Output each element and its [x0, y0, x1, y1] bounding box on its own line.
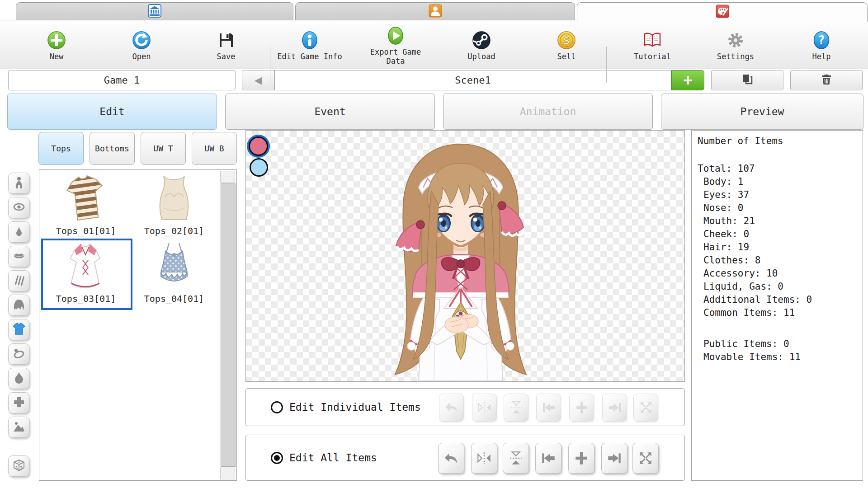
tutorial-button[interactable]: Tutorial	[616, 24, 689, 66]
play-circle-icon	[359, 24, 432, 47]
svg-text:$: $	[563, 34, 570, 47]
body-icon	[12, 176, 26, 191]
category-tab-uw-t[interactable]: UW T	[141, 132, 186, 165]
rail-common-button[interactable]	[8, 417, 29, 438]
rail-cheek-button[interactable]	[8, 270, 29, 291]
cheek-lines-icon	[12, 273, 26, 288]
color-swatch-pink[interactable]	[249, 136, 268, 156]
help-button-label: Help	[812, 52, 831, 61]
stat-row-body: Body: 1	[698, 175, 863, 188]
save-button[interactable]: Save	[190, 24, 262, 66]
rail-nose-button[interactable]	[8, 221, 29, 243]
item-tops-03[interactable]: Tops_03[01]	[47, 240, 124, 304]
character-canvas[interactable]	[245, 130, 685, 382]
stat-row-liquid-gas: Liquid, Gas: 0	[698, 280, 863, 293]
toolbar-separator	[270, 47, 270, 83]
scrollbar-thumb[interactable]	[221, 183, 236, 467]
svg-text:?: ?	[818, 33, 825, 47]
edit-all-radio[interactable]	[271, 452, 283, 464]
edit-all-label: Edit All Items	[289, 452, 377, 464]
settings-button[interactable]: Settings	[699, 24, 772, 66]
undo-button[interactable]	[438, 443, 464, 474]
move-right-edge-button-disabled	[602, 394, 627, 422]
flip-vertical-button[interactable]	[503, 443, 529, 474]
edit-individual-row: Edit Individual Items	[245, 388, 685, 426]
rail-body-button[interactable]	[8, 173, 29, 194]
item-tops-01[interactable]: Tops_01[01]	[47, 173, 124, 236]
eye-icon	[12, 200, 26, 215]
category-tab-bottoms-label: Bottoms	[95, 144, 129, 153]
delete-scene-button[interactable]	[790, 70, 863, 90]
game-name-input[interactable]	[8, 70, 236, 90]
stat-row-eyes: Eyes: 37	[698, 188, 863, 202]
tank-top-thumbnail	[145, 173, 203, 223]
back-arrow-icon: ◀	[255, 75, 262, 86]
rail-mouth-button[interactable]	[8, 246, 29, 267]
center-button[interactable]	[568, 443, 594, 474]
new-button-label: New	[50, 52, 64, 61]
scrollbar-top-cap[interactable]	[220, 171, 235, 183]
move-right-edge-button[interactable]	[601, 443, 627, 474]
duplicate-scene-button[interactable]	[711, 70, 783, 90]
flip-horizontal-button[interactable]	[471, 443, 497, 474]
new-button[interactable]: New	[20, 24, 93, 66]
app-tab-editor[interactable]	[577, 2, 868, 22]
tab-preview[interactable]: Preview	[661, 94, 863, 130]
tab-event[interactable]: Event	[225, 94, 435, 130]
tab-edit[interactable]: Edit	[7, 94, 217, 130]
upload-button[interactable]: Upload	[445, 24, 518, 66]
item-tops-04[interactable]: Tops_04[01]	[136, 240, 212, 304]
category-tab-uw-b[interactable]: UW B	[192, 132, 237, 165]
rail-eyes-button[interactable]	[8, 197, 29, 218]
open-button[interactable]: Open	[105, 24, 178, 66]
category-tab-tops-label: Tops	[51, 144, 71, 153]
rail-hair-button[interactable]	[8, 295, 29, 316]
spacer	[698, 148, 863, 162]
stat-row-mouth: Mouth: 21	[698, 215, 863, 228]
add-scene-button[interactable]: +	[671, 70, 704, 90]
item-list-scrollbar[interactable]	[220, 171, 236, 479]
stat-row-common: Common Items: 11	[698, 306, 863, 319]
item-list-panel: Tops_01[01] Tops_02[01] Tops_03[01] Tops…	[39, 169, 237, 481]
rail-clothes-button[interactable]	[8, 319, 29, 340]
lips-icon	[12, 249, 26, 264]
scrollbar-bottom-cap[interactable]	[220, 468, 235, 479]
help-button[interactable]: ? Help	[785, 24, 858, 66]
app-tab-character[interactable]	[295, 2, 575, 20]
rail-accessory-button[interactable]	[8, 343, 29, 365]
app-tab-world[interactable]	[16, 2, 293, 20]
tab-event-label: Event	[314, 106, 345, 117]
drop-icon	[12, 371, 26, 386]
export-game-data-button[interactable]: Export Game Data	[359, 24, 432, 66]
new-plus-circle-icon	[20, 28, 93, 52]
rail-liquid-button[interactable]	[8, 368, 29, 389]
stats-title: Number of Items	[698, 135, 863, 148]
camisole-thumbnail	[145, 240, 203, 291]
rail-additional-button[interactable]	[8, 392, 29, 413]
stat-row-cheek: Cheek: 0	[698, 228, 863, 241]
dice-icon	[12, 459, 26, 474]
scale-button[interactable]	[632, 443, 659, 474]
spacer	[698, 319, 863, 338]
flip-horizontal-button-disabled	[472, 394, 497, 422]
toolbar: New Open Save Edit Game Info Export Game…	[0, 20, 868, 69]
move-left-edge-button[interactable]	[535, 443, 561, 474]
save-button-label: Save	[217, 52, 236, 61]
palette-icon	[716, 5, 729, 20]
white-dress-thumbnail	[57, 240, 115, 291]
stat-row-clothes: Clothes: 8	[698, 254, 863, 267]
scene-name-input[interactable]	[274, 70, 671, 90]
category-tab-uw-b-label: UW B	[204, 144, 224, 153]
image-icon	[12, 420, 26, 435]
edit-individual-radio[interactable]	[271, 401, 283, 413]
sell-button[interactable]: $ Sell	[530, 24, 603, 66]
plus-icon: +	[683, 71, 693, 89]
category-tab-tops[interactable]: Tops	[38, 132, 84, 165]
hair-icon	[12, 298, 26, 313]
rail-random-button[interactable]	[8, 455, 29, 477]
item-tops-02[interactable]: Tops_02[01]	[136, 173, 212, 236]
category-tab-bottoms[interactable]: Bottoms	[90, 132, 135, 165]
edit-all-row: Edit All Items	[245, 435, 685, 481]
edit-game-info-button[interactable]: Edit Game Info	[274, 24, 346, 66]
color-swatch-blue[interactable]	[250, 158, 268, 177]
